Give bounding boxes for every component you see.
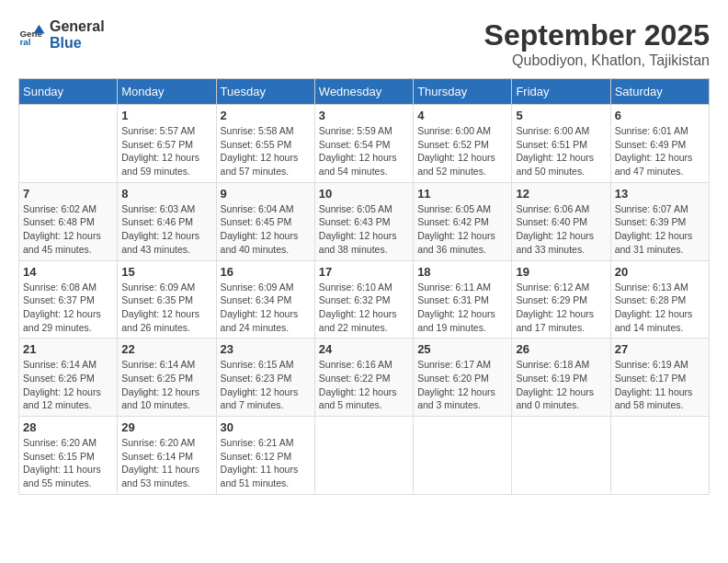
calendar-cell: 11Sunrise: 6:05 AM Sunset: 6:42 PM Dayli… [414, 182, 512, 260]
calendar-cell: 28Sunrise: 6:20 AM Sunset: 6:15 PM Dayli… [19, 417, 118, 495]
calendar-cell: 13Sunrise: 6:07 AM Sunset: 6:39 PM Dayli… [610, 182, 709, 260]
day-content: Sunrise: 6:02 AM Sunset: 6:48 PM Dayligh… [23, 202, 113, 257]
calendar-cell: 5Sunrise: 6:00 AM Sunset: 6:51 PM Daylig… [512, 105, 610, 183]
calendar-cell: 30Sunrise: 6:21 AM Sunset: 6:12 PM Dayli… [216, 417, 314, 495]
calendar-header-row: SundayMondayTuesdayWednesdayThursdayFrid… [19, 79, 710, 105]
day-content: Sunrise: 6:13 AM Sunset: 6:28 PM Dayligh… [615, 281, 705, 335]
calendar-cell: 10Sunrise: 6:05 AM Sunset: 6:43 PM Dayli… [314, 182, 413, 260]
day-content: Sunrise: 6:17 AM Sunset: 6:20 PM Dayligh… [417, 358, 507, 412]
day-content: Sunrise: 6:01 AM Sunset: 6:49 PM Dayligh… [615, 124, 705, 178]
logo-text-line2: Blue [50, 35, 105, 52]
logo-icon: Gene ral [18, 21, 46, 49]
day-number: 9 [221, 187, 311, 201]
day-number: 29 [121, 420, 211, 434]
calendar-cell [314, 417, 413, 495]
day-number: 24 [319, 342, 409, 356]
calendar-cell: 6Sunrise: 6:01 AM Sunset: 6:49 PM Daylig… [610, 105, 709, 183]
day-number: 22 [121, 342, 211, 356]
calendar-cell: 1Sunrise: 5:57 AM Sunset: 6:57 PM Daylig… [118, 105, 216, 183]
day-content: Sunrise: 6:10 AM Sunset: 6:32 PM Dayligh… [319, 281, 409, 335]
day-number: 2 [221, 109, 311, 122]
day-content: Sunrise: 6:07 AM Sunset: 6:39 PM Dayligh… [615, 202, 705, 257]
day-content: Sunrise: 6:20 AM Sunset: 6:15 PM Dayligh… [23, 436, 113, 490]
day-content: Sunrise: 6:15 AM Sunset: 6:23 PM Dayligh… [221, 358, 311, 412]
day-content: Sunrise: 6:05 AM Sunset: 6:43 PM Dayligh… [319, 202, 409, 257]
day-number: 16 [221, 265, 311, 279]
calendar-cell [414, 417, 512, 495]
day-number: 28 [23, 420, 113, 434]
day-content: Sunrise: 6:00 AM Sunset: 6:51 PM Dayligh… [516, 124, 606, 178]
day-number: 13 [615, 187, 705, 201]
day-content: Sunrise: 6:14 AM Sunset: 6:26 PM Dayligh… [23, 358, 113, 412]
day-number: 10 [319, 187, 409, 201]
day-number: 17 [319, 265, 409, 279]
calendar-cell: 22Sunrise: 6:14 AM Sunset: 6:25 PM Dayli… [118, 339, 216, 417]
day-content: Sunrise: 6:05 AM Sunset: 6:42 PM Dayligh… [417, 202, 507, 257]
calendar-cell: 8Sunrise: 6:03 AM Sunset: 6:46 PM Daylig… [118, 182, 216, 260]
calendar-week-row: 14Sunrise: 6:08 AM Sunset: 6:37 PM Dayli… [19, 260, 710, 339]
day-content: Sunrise: 6:06 AM Sunset: 6:40 PM Dayligh… [516, 202, 606, 257]
day-content: Sunrise: 6:20 AM Sunset: 6:14 PM Dayligh… [121, 436, 211, 490]
calendar-cell: 7Sunrise: 6:02 AM Sunset: 6:48 PM Daylig… [19, 182, 118, 260]
day-number: 15 [121, 265, 211, 279]
day-number: 18 [417, 265, 507, 279]
calendar-cell: 9Sunrise: 6:04 AM Sunset: 6:45 PM Daylig… [216, 182, 314, 260]
main-title: September 2025 [484, 18, 710, 52]
day-number: 19 [516, 265, 606, 279]
day-content: Sunrise: 6:04 AM Sunset: 6:45 PM Dayligh… [221, 202, 311, 257]
day-content: Sunrise: 6:14 AM Sunset: 6:25 PM Dayligh… [121, 358, 211, 412]
calendar-cell: 20Sunrise: 6:13 AM Sunset: 6:28 PM Dayli… [610, 260, 709, 339]
title-area: September 2025 Qubodiyon, Khatlon, Tajik… [484, 18, 710, 69]
day-content: Sunrise: 5:57 AM Sunset: 6:57 PM Dayligh… [121, 124, 211, 178]
day-number: 20 [615, 265, 705, 279]
calendar-cell: 15Sunrise: 6:09 AM Sunset: 6:35 PM Dayli… [118, 260, 216, 339]
day-content: Sunrise: 6:12 AM Sunset: 6:29 PM Dayligh… [516, 281, 606, 335]
calendar-week-row: 1Sunrise: 5:57 AM Sunset: 6:57 PM Daylig… [19, 105, 710, 183]
day-content: Sunrise: 6:09 AM Sunset: 6:35 PM Dayligh… [121, 281, 211, 335]
day-content: Sunrise: 5:58 AM Sunset: 6:55 PM Dayligh… [221, 124, 311, 178]
calendar-cell: 4Sunrise: 6:00 AM Sunset: 6:52 PM Daylig… [414, 105, 512, 183]
calendar-cell [512, 417, 610, 495]
calendar-week-row: 28Sunrise: 6:20 AM Sunset: 6:15 PM Dayli… [19, 417, 710, 495]
day-number: 11 [417, 187, 507, 201]
day-content: Sunrise: 6:08 AM Sunset: 6:37 PM Dayligh… [23, 281, 113, 335]
day-number: 14 [23, 265, 113, 279]
day-content: Sunrise: 6:16 AM Sunset: 6:22 PM Dayligh… [319, 358, 409, 412]
header-sunday: Sunday [19, 79, 118, 105]
calendar-cell: 27Sunrise: 6:19 AM Sunset: 6:17 PM Dayli… [610, 339, 709, 417]
calendar-cell: 29Sunrise: 6:20 AM Sunset: 6:14 PM Dayli… [118, 417, 216, 495]
subtitle: Qubodiyon, Khatlon, Tajikistan [484, 52, 710, 69]
header-wednesday: Wednesday [314, 79, 413, 105]
calendar-cell: 19Sunrise: 6:12 AM Sunset: 6:29 PM Dayli… [512, 260, 610, 339]
calendar-cell [610, 417, 709, 495]
day-content: Sunrise: 6:09 AM Sunset: 6:34 PM Dayligh… [221, 281, 311, 335]
day-number: 3 [319, 109, 409, 122]
day-number: 26 [516, 342, 606, 356]
day-number: 4 [417, 109, 507, 122]
calendar-cell: 16Sunrise: 6:09 AM Sunset: 6:34 PM Dayli… [216, 260, 314, 339]
day-content: Sunrise: 6:03 AM Sunset: 6:46 PM Dayligh… [121, 202, 211, 257]
calendar-cell: 17Sunrise: 6:10 AM Sunset: 6:32 PM Dayli… [314, 260, 413, 339]
calendar-cell: 24Sunrise: 6:16 AM Sunset: 6:22 PM Dayli… [314, 339, 413, 417]
calendar-cell: 14Sunrise: 6:08 AM Sunset: 6:37 PM Dayli… [19, 260, 118, 339]
header-friday: Friday [512, 79, 610, 105]
calendar-cell [19, 105, 118, 183]
header: Gene ral General Blue September 2025 Qub… [18, 18, 710, 69]
day-number: 30 [221, 420, 311, 434]
calendar-week-row: 21Sunrise: 6:14 AM Sunset: 6:26 PM Dayli… [19, 339, 710, 417]
header-thursday: Thursday [414, 79, 512, 105]
day-number: 12 [516, 187, 606, 201]
calendar-cell: 26Sunrise: 6:18 AM Sunset: 6:19 PM Dayli… [512, 339, 610, 417]
calendar-cell: 12Sunrise: 6:06 AM Sunset: 6:40 PM Dayli… [512, 182, 610, 260]
logo-text-line1: General [50, 18, 105, 35]
calendar-cell: 23Sunrise: 6:15 AM Sunset: 6:23 PM Dayli… [216, 339, 314, 417]
calendar-table: SundayMondayTuesdayWednesdayThursdayFrid… [18, 78, 710, 495]
calendar-cell: 18Sunrise: 6:11 AM Sunset: 6:31 PM Dayli… [414, 260, 512, 339]
day-number: 8 [121, 187, 211, 201]
header-tuesday: Tuesday [216, 79, 314, 105]
calendar-cell: 2Sunrise: 5:58 AM Sunset: 6:55 PM Daylig… [216, 105, 314, 183]
calendar-cell: 25Sunrise: 6:17 AM Sunset: 6:20 PM Dayli… [414, 339, 512, 417]
calendar-week-row: 7Sunrise: 6:02 AM Sunset: 6:48 PM Daylig… [19, 182, 710, 260]
day-content: Sunrise: 6:00 AM Sunset: 6:52 PM Dayligh… [417, 124, 507, 178]
day-content: Sunrise: 6:18 AM Sunset: 6:19 PM Dayligh… [516, 358, 606, 412]
